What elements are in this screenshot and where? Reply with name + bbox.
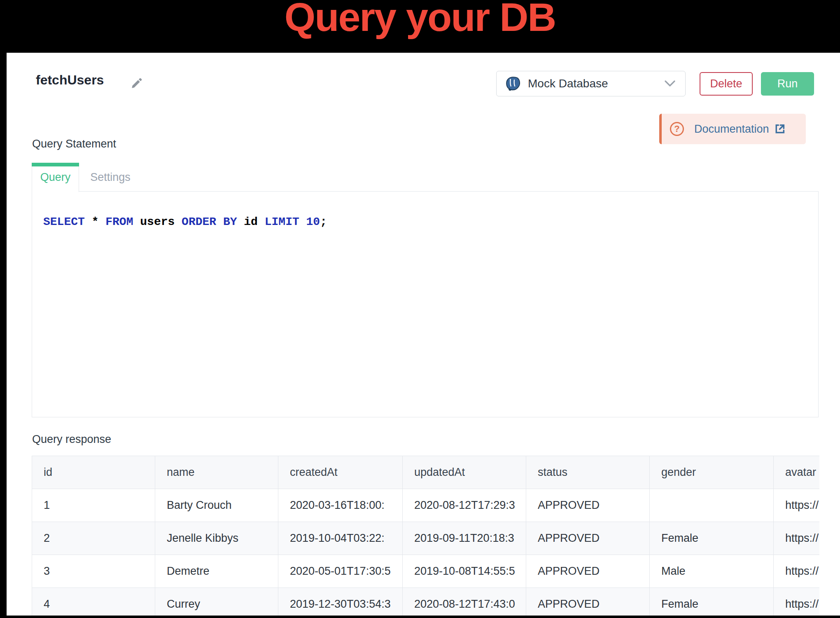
cell-id: 1 [32, 489, 155, 522]
external-link-icon [774, 123, 786, 135]
delete-button-label: Delete [710, 77, 742, 90]
cell-gender: Female [650, 522, 774, 555]
code-token: users [133, 215, 182, 228]
run-button[interactable]: Run [761, 72, 814, 96]
query-statement-label: Query Statement [32, 138, 116, 150]
tab-query-label: Query [40, 171, 71, 184]
cell-avatar: https:// [774, 588, 820, 616]
query-response-label: Query response [32, 433, 111, 446]
sql-code-line: SELECT * FROM users ORDER BY id LIMIT 10… [43, 215, 327, 228]
cell-status: APPROVED [526, 588, 650, 616]
code-token [299, 215, 306, 228]
postgresql-icon [505, 75, 521, 92]
column-header-avatar: avatar [774, 456, 820, 489]
cell-createdAt: 2019-10-04T03:22: [278, 522, 403, 555]
sql-editor[interactable]: SELECT * FROM users ORDER BY id LIMIT 10… [32, 191, 819, 417]
table-row: 2Jenelle Kibbys2019-10-04T03:22:2019-09-… [32, 522, 820, 555]
cell-avatar: https:// [774, 522, 820, 555]
page-title: Query your DB [285, 0, 556, 38]
cell-createdAt: 2019-12-30T03:54:3 [278, 588, 403, 616]
column-header-updatedAt: updatedAt [403, 456, 526, 489]
cell-name: Jenelle Kibbys [155, 522, 278, 555]
table-row: 4Currey2019-12-30T03:54:32020-08-12T17:4… [32, 588, 820, 616]
query-panel: fetchUsers Mock Database Delete Run ? Do… [7, 53, 840, 616]
tab-query[interactable]: Query [32, 163, 79, 192]
column-header-status: status [526, 456, 650, 489]
tab-settings-label: Settings [90, 171, 131, 184]
cell-name: Barty Crouch [155, 489, 278, 522]
edit-query-name-button[interactable] [131, 77, 142, 89]
code-token: * [85, 215, 105, 228]
code-token: id [237, 215, 265, 228]
run-button-label: Run [777, 77, 798, 90]
column-header-id: id [32, 456, 155, 489]
cell-createdAt: 2020-05-01T17:30:5 [278, 555, 403, 588]
cell-id: 4 [32, 588, 155, 616]
table-row: 3Demetre2020-05-01T17:30:52019-10-08T14:… [32, 555, 820, 588]
pencil-icon [131, 77, 142, 89]
cell-status: APPROVED [526, 522, 650, 555]
cell-gender: Male [650, 555, 774, 588]
code-token: ; [320, 215, 327, 228]
query-response-table: idnamecreatedAtupdatedAtstatusgenderavat… [32, 456, 819, 616]
cell-id: 3 [32, 555, 155, 588]
cell-avatar: https:// [774, 555, 820, 588]
cell-updatedAt: 2019-09-11T20:18:3 [403, 522, 526, 555]
table-header-row: idnamecreatedAtupdatedAtstatusgenderavat… [32, 456, 820, 489]
cell-updatedAt: 2020-08-12T17:43:0 [403, 588, 526, 616]
documentation-accent-bar [659, 114, 662, 144]
query-response-table-container: idnamecreatedAtupdatedAtstatusgenderavat… [32, 456, 819, 616]
datasource-dropdown[interactable]: Mock Database [496, 71, 686, 96]
tab-settings[interactable]: Settings [79, 163, 142, 192]
question-circle-icon: ? [670, 122, 684, 136]
documentation-label: Documentation [694, 123, 769, 136]
query-name-title: fetchUsers [36, 73, 104, 88]
code-token: ORDER BY [182, 215, 237, 228]
cell-id: 2 [32, 522, 155, 555]
column-header-gender: gender [650, 456, 774, 489]
cell-status: APPROVED [526, 555, 650, 588]
cell-updatedAt: 2019-10-08T14:55:5 [403, 555, 526, 588]
table-row: 1Barty Crouch2020-03-16T18:00:2020-08-12… [32, 489, 820, 522]
table-body: 1Barty Crouch2020-03-16T18:00:2020-08-12… [32, 489, 820, 616]
delete-button[interactable]: Delete [700, 72, 753, 96]
documentation-link[interactable]: ? Documentation [659, 114, 806, 144]
table-header: idnamecreatedAtupdatedAtstatusgenderavat… [32, 456, 820, 489]
cell-avatar: https:// [774, 489, 820, 522]
code-token: 10 [306, 215, 320, 228]
cell-name: Currey [155, 588, 278, 616]
code-token: SELECT [43, 215, 85, 228]
chevron-down-icon [665, 80, 675, 87]
code-token: LIMIT [265, 215, 299, 228]
cell-createdAt: 2020-03-16T18:00: [278, 489, 403, 522]
cell-name: Demetre [155, 555, 278, 588]
active-tab-indicator [32, 163, 79, 166]
code-token: FROM [105, 215, 133, 228]
cell-status: APPROVED [526, 489, 650, 522]
column-header-createdAt: createdAt [278, 456, 403, 489]
column-header-name: name [155, 456, 278, 489]
datasource-selected-label: Mock Database [528, 77, 608, 90]
cell-updatedAt: 2020-08-12T17:29:3 [403, 489, 526, 522]
cell-gender [650, 489, 774, 522]
cell-gender: Female [650, 588, 774, 616]
page-banner: Query your DB [0, 0, 840, 53]
